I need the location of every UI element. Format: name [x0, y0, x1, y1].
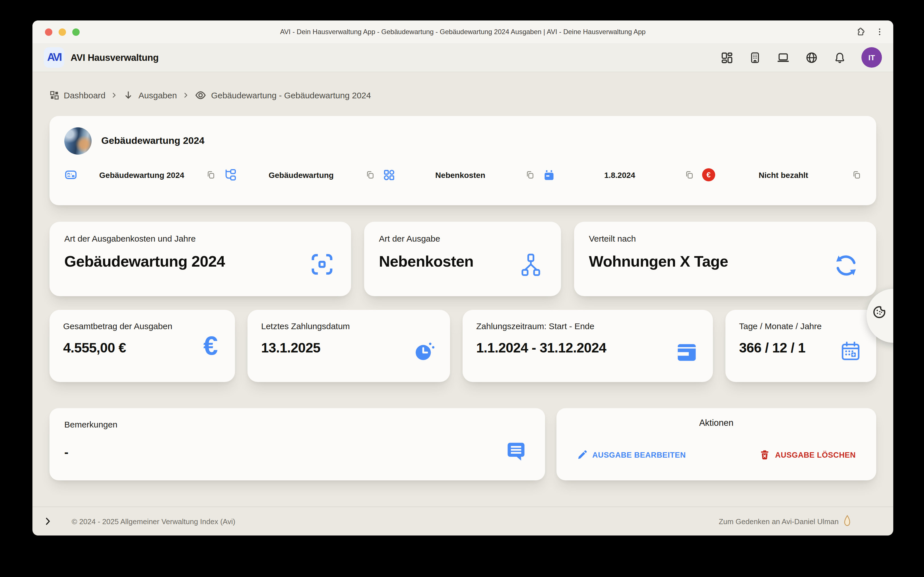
browser-menu-kebab-icon[interactable]	[875, 27, 884, 36]
euro-icon: €	[204, 337, 218, 363]
zoom-window-button[interactable]	[72, 28, 80, 35]
stat-card-value: 4.555,00 €	[63, 340, 221, 356]
info-card-value: Gebäudewartung 2024	[64, 253, 336, 271]
category-icon	[383, 169, 396, 181]
notes-label: Bemerkungen	[64, 419, 530, 429]
expense-category-value: Gebäudewartung	[241, 170, 361, 179]
bottom-cards-row: Bemerkungen - Aktionen	[50, 408, 876, 480]
field-category: Gebäudewartung	[224, 168, 383, 181]
field-payment-status: € Nicht bezahlt	[702, 168, 861, 181]
notes-card: Bemerkungen -	[50, 408, 545, 480]
edit-expense-button[interactable]: AUSGABE BEARBEITEN	[577, 450, 686, 460]
breadcrumb-item-ausgaben[interactable]: Ausgaben	[139, 90, 177, 100]
stat-card-label: Gesamtbetrag der Ausgaben	[63, 321, 221, 331]
breadcrumb-item-dashboard[interactable]: Dashboard	[64, 90, 105, 100]
dashboard-icon	[50, 90, 59, 100]
page-footer: © 2024 - 2025 Allgemeiner Verwaltung Ind…	[32, 506, 893, 527]
browser-window: AVI - Dein Hausverwaltung App - Gebäudew…	[32, 21, 893, 535]
field-date: 1.8.2024	[543, 169, 702, 181]
globe-icon[interactable]	[805, 51, 818, 64]
stat-card-label: Tage / Monate / Jahre	[739, 321, 863, 331]
info-card-kind-year: Art der Ausgabenkosten und Jahre Gebäude…	[50, 222, 351, 296]
delete-expense-label: AUSGABE LÖSCHEN	[775, 451, 856, 459]
stat-card-days-months-years: Tage / Monate / Jahre 366 / 12 / 1	[725, 310, 876, 382]
memorial-note: Zum Gedenken an Avi-Daniel Ulman	[719, 515, 851, 527]
info-card-distribution: Verteilt nach Wohnungen X Tage	[574, 222, 876, 296]
info-card-label: Verteilt nach	[589, 234, 861, 243]
app-logo-text: AVI	[47, 51, 61, 64]
euro-badge-glyph: €	[706, 171, 710, 179]
expense-thumbnail-image	[64, 127, 92, 155]
copy-icon[interactable]	[852, 170, 861, 180]
candle-flame-icon	[843, 515, 851, 527]
screen: AVI - Dein Hausverwaltung App - Gebäudew…	[0, 0, 924, 577]
field-type: Nebenkosten	[383, 169, 543, 181]
chevron-right-icon	[182, 92, 189, 99]
delete-expense-button[interactable]: AUSGABE LÖSCHEN	[759, 450, 856, 460]
memorial-text: Zum Gedenken an Avi-Daniel Ulman	[719, 517, 838, 525]
notes-value: -	[64, 445, 530, 460]
info-card-label: Art der Ausgabe	[379, 234, 546, 243]
hierarchy-icon	[518, 252, 544, 279]
chevron-right-icon	[111, 92, 118, 99]
info-card-label: Art der Ausgabenkosten und Jahre	[64, 234, 336, 243]
cookie-icon	[872, 304, 887, 322]
laptop-icon[interactable]	[777, 51, 790, 64]
stat-cards-row: Gesamtbetrag der Ausgaben 4.555,00 € € L…	[50, 310, 876, 382]
chat-icon	[505, 440, 527, 462]
building-icon[interactable]	[749, 51, 761, 64]
edit-expense-label: AUSGABE BEARBEITEN	[592, 451, 686, 459]
actions-title: Aktionen	[577, 418, 856, 428]
expense-fields-row: Gebäudewartung 2024	[64, 168, 861, 181]
calendar-range-icon	[675, 340, 698, 363]
id-card-icon	[64, 168, 78, 181]
field-name: Gebäudewartung 2024	[64, 168, 224, 181]
browser-tab-title: AVI - Dein Hausverwaltung App - Gebäudew…	[280, 28, 646, 36]
download-arrow-icon	[123, 90, 134, 101]
stat-card-value: 13.1.2025	[261, 340, 436, 356]
copy-icon[interactable]	[206, 170, 216, 180]
stat-card-payment-period: Zahlungszeitraum: Start - Ende 1.1.2024 …	[462, 310, 713, 382]
copyright-text: © 2024 - 2025 Allgemeiner Verwaltung Ind…	[72, 517, 235, 525]
app-header-actions: IT	[720, 47, 882, 68]
sidebar-expand-chevron-icon[interactable]	[43, 516, 53, 526]
page-content: Dashboard Ausgaben	[32, 89, 893, 535]
breadcrumb: Dashboard Ausgaben	[50, 89, 876, 101]
copy-icon[interactable]	[365, 170, 375, 180]
minimize-window-button[interactable]	[58, 28, 66, 35]
expense-name-value: Gebäudewartung 2024	[82, 170, 202, 179]
info-card-expense-type: Art der Ausgabe Nebenkosten	[364, 222, 561, 296]
info-card-value: Wohnungen X Tage	[589, 253, 861, 271]
user-avatar-initials: IT	[868, 53, 875, 62]
stat-card-label: Zahlungszeitraum: Start - Ende	[476, 321, 699, 331]
dashboard-grid-icon[interactable]	[720, 51, 733, 64]
euro-glyph: €	[204, 332, 218, 359]
euro-badge-icon: €	[702, 168, 715, 181]
copy-icon[interactable]	[525, 170, 535, 180]
timer-icon	[414, 340, 435, 362]
calendar-days-icon	[840, 340, 861, 362]
eye-icon	[195, 89, 207, 101]
app-name: AVI Hausverwaltung	[71, 52, 158, 63]
app-logo[interactable]: AVI	[44, 47, 64, 68]
scan-frame-icon	[310, 252, 334, 276]
copy-icon[interactable]	[685, 170, 694, 180]
app-header: AVI AVI Hausverwaltung	[32, 43, 893, 72]
stat-card-label: Letztes Zahlungsdatum	[261, 321, 436, 331]
expense-type-value: Nebenkosten	[400, 170, 520, 179]
browser-toolbar-right	[856, 27, 884, 37]
stat-card-total: Gesamtbetrag der Ausgaben 4.555,00 € €	[50, 310, 235, 382]
payment-status-value: Nicht bezahlt	[720, 170, 847, 179]
window-controls	[45, 28, 80, 35]
expense-title: Gebäudewartung 2024	[101, 135, 205, 147]
info-cards-row: Art der Ausgabenkosten und Jahre Gebäude…	[50, 222, 876, 296]
expense-summary-card: Gebäudewartung 2024	[50, 116, 876, 205]
close-window-button[interactable]	[45, 28, 52, 35]
extensions-puzzle-icon[interactable]	[856, 27, 866, 37]
stat-card-value: 1.1.2024 - 31.12.2024	[476, 340, 699, 356]
notifications-bell-icon[interactable]	[834, 51, 846, 64]
actions-card: Aktionen AUSGABE BEARBEITEN	[556, 408, 876, 480]
user-avatar[interactable]: IT	[861, 47, 882, 68]
breadcrumb-item-current: Gebäudewartung - Gebäudewartung 2024	[211, 90, 371, 100]
stat-card-last-payment: Letztes Zahlungsdatum 13.1.2025	[247, 310, 450, 382]
